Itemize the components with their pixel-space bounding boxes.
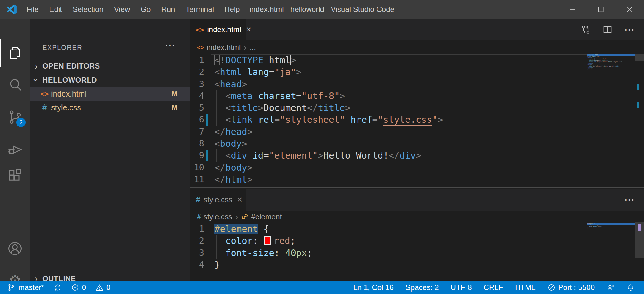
split-editor-icon[interactable] xyxy=(602,24,613,35)
gutter-modified-indicator xyxy=(206,150,208,161)
breadcrumb-item[interactable]: ... xyxy=(250,43,256,52)
breadcrumb-separator-icon: › xyxy=(235,212,238,222)
source-control-icon[interactable]: 2 xyxy=(0,102,30,132)
source-control-badge: 2 xyxy=(16,118,26,127)
status-warning[interactable]: 0 xyxy=(95,283,110,292)
run-debug-icon[interactable] xyxy=(0,134,30,164)
git-modified-badge: M xyxy=(171,103,178,112)
explorer-sidebar: EXPLORER ⋯ › OPEN EDITORS › HELLOWORLD <… xyxy=(30,19,190,281)
menu-file[interactable]: File xyxy=(21,0,44,19)
breadcrumb-item[interactable]: #element xyxy=(241,212,282,221)
editor-sash[interactable] xyxy=(190,187,644,188)
overview-highlight-marker xyxy=(638,224,641,231)
css-file-icon: # xyxy=(39,103,50,112)
code-line-4: 4} xyxy=(190,259,635,271)
code-line-3: 3 font-size: 40px; xyxy=(190,247,635,259)
chevron-down-icon: › xyxy=(30,75,42,85)
line-number: 4 xyxy=(190,259,204,271)
editor-actions: ⋯ xyxy=(624,189,635,211)
code-line-7: 7</head> xyxy=(190,126,635,138)
code-line-6: 6 <link rel="stylesheet" href="style.css… xyxy=(190,114,635,126)
breadcrumb-item[interactable]: #style.css xyxy=(197,212,232,221)
status-bell[interactable] xyxy=(627,283,635,292)
status-crlf[interactable]: CRLF xyxy=(484,283,503,292)
menu-terminal[interactable]: Terminal xyxy=(180,0,219,19)
sidebar-title: EXPLORER xyxy=(42,44,82,52)
menu-run[interactable]: Run xyxy=(156,0,180,19)
folder-section[interactable]: › HELLOWORLD xyxy=(30,73,190,87)
activity-bar: 2 ⚙ xyxy=(0,19,30,281)
search-icon[interactable] xyxy=(0,70,30,100)
tab-bar-bottom: # style.css × ⋯ xyxy=(190,189,644,211)
accounts-icon[interactable] xyxy=(0,234,30,263)
line-number: 3 xyxy=(190,247,204,259)
editor-actions: ⋯ xyxy=(580,19,635,40)
menu-help[interactable]: Help xyxy=(219,0,245,19)
vscode-window: FileEditSelectionViewGoRunTerminalHelp i… xyxy=(0,0,644,294)
overview-modified-marker xyxy=(637,84,639,90)
menu-bar: FileEditSelectionViewGoRunTerminalHelp xyxy=(21,0,245,19)
line-number: 3 xyxy=(190,78,204,90)
minimap-top[interactable]: <!DOCTYPE html><html lang="ja"><head> <m… xyxy=(587,54,635,70)
git-modified-badge: M xyxy=(171,89,178,98)
line-number: 2 xyxy=(190,235,204,247)
line-number: 9 xyxy=(190,149,204,161)
code-line-4: 4 <meta charset="utf-8"> xyxy=(190,90,635,102)
status-error[interactable]: 0 xyxy=(71,283,86,292)
extensions-icon[interactable] xyxy=(0,160,30,190)
scrollbar-thumb[interactable] xyxy=(635,54,644,61)
status-sync[interactable] xyxy=(54,283,62,292)
line-number: 11 xyxy=(190,173,204,185)
breadcrumb-top: <>index.html›... xyxy=(190,40,644,54)
overview-modified-marker xyxy=(637,102,639,108)
status-html[interactable]: HTML xyxy=(515,283,535,292)
title-bar: FileEditSelectionViewGoRunTerminalHelp i… xyxy=(0,0,644,19)
status-spaces-2[interactable]: Spaces: 2 xyxy=(406,283,439,292)
tab-index-html[interactable]: <> index.html × xyxy=(190,19,246,40)
close-tab-icon[interactable]: × xyxy=(246,25,251,35)
editor-index-html[interactable]: 1<!DOCTYPE html>2<html lang="ja">3<head>… xyxy=(190,54,635,185)
breadcrumb-separator-icon: › xyxy=(244,43,247,52)
close-button[interactable] xyxy=(615,0,644,19)
line-number: 4 xyxy=(190,90,204,102)
open-changes-icon[interactable] xyxy=(580,24,591,35)
menu-view[interactable]: View xyxy=(109,0,136,19)
editor-style-css[interactable]: 1#element {2 color: red;3 font-size: 40p… xyxy=(190,223,635,271)
html-file-icon: <> xyxy=(197,44,204,51)
status-utf-8[interactable]: UTF-8 xyxy=(451,283,472,292)
file-name: index.html xyxy=(51,89,87,98)
tab-bar-top: <> index.html × ⋯ xyxy=(190,19,644,40)
code-line-10: 10</body> xyxy=(190,162,635,173)
more-actions-icon[interactable]: ⋯ xyxy=(624,24,635,35)
minimap-bottom[interactable]: #element { color: red; font-size: 40px;} xyxy=(587,223,635,229)
chevron-right-icon: › xyxy=(30,61,42,71)
explorer-icon[interactable] xyxy=(0,38,30,68)
sidebar-more-actions-icon[interactable]: ⋯ xyxy=(165,40,175,50)
open-editors-section[interactable]: › OPEN EDITORS xyxy=(30,59,190,73)
menu-go[interactable]: Go xyxy=(135,0,156,19)
status-feedback[interactable] xyxy=(607,283,615,292)
line-number: 2 xyxy=(190,66,204,78)
window-controls xyxy=(558,0,644,19)
file-item-style-css[interactable]: #style.cssM xyxy=(30,101,190,114)
status-ln-1-col-16[interactable]: Ln 1, Col 16 xyxy=(353,283,393,292)
more-actions-icon[interactable]: ⋯ xyxy=(624,194,635,205)
code-line-11: 11</html> xyxy=(190,173,635,185)
line-number: 8 xyxy=(190,138,204,149)
file-item-index-html[interactable]: <>index.htmlM xyxy=(30,87,190,101)
status-bar: master*00 Ln 1, Col 16Spaces: 2UTF-8CRLF… xyxy=(0,281,644,294)
tab-style-css[interactable]: # style.css × xyxy=(190,189,246,211)
close-tab-icon[interactable]: × xyxy=(237,195,242,205)
breadcrumb-item[interactable]: <>index.html xyxy=(197,43,241,52)
line-number: 1 xyxy=(190,54,204,66)
minimize-button[interactable] xyxy=(558,0,587,19)
menu-edit[interactable]: Edit xyxy=(44,0,67,19)
menu-selection[interactable]: Selection xyxy=(67,0,109,19)
css-file-icon: # xyxy=(197,213,201,221)
maximize-button[interactable] xyxy=(587,0,615,19)
status-slash[interactable]: Port : 5500 xyxy=(547,283,595,292)
line-number: 5 xyxy=(190,102,204,114)
color-swatch[interactable] xyxy=(264,236,271,245)
line-number: 7 xyxy=(190,126,204,138)
status-branch[interactable]: master* xyxy=(7,283,44,292)
